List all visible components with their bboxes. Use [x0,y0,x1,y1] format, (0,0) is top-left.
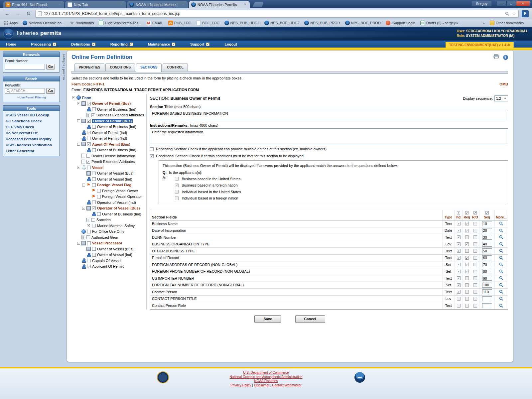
tree-item-owner-of-vessel-ind[interactable]: Owner of Vessel (Ind) [71,176,146,182]
bookmark-nps-bof-udc2[interactable]: NPS_BOF_UDC2 [264,21,299,25]
row-details-magnifier-button[interactable] [499,304,503,308]
tools-link-uscg-vessel-db-lookup[interactable]: USCG Vessel DB Lookup [3,112,60,118]
tree-item-marine-mammal-safety[interactable]: Marine Mammal Safety [71,223,146,229]
tree-item-owner-of-permit-ind[interactable]: Owner of Permit (Ind) [71,136,146,142]
tab-close-icon[interactable]: × [119,2,124,7]
display-sequence-select[interactable]: 1.2 ▼ [494,95,508,101]
nav-item-processing[interactable]: Processing✓ [25,42,65,46]
bookmark-other-bookmarks[interactable]: Other bookmarks [490,21,524,25]
incl-checkbox[interactable]: ✓ [457,229,461,232]
save-button[interactable]: Save [254,315,281,323]
seq-input[interactable] [482,303,492,308]
tree-expander[interactable]: − [77,166,80,169]
bookmark-isupport-login[interactable]: iSupport Login [386,21,415,25]
tree-checkbox[interactable] [92,183,96,187]
req-checkbox[interactable] [465,283,469,287]
row-details-magnifier-button[interactable] [499,283,503,287]
nav-item-support[interactable]: Support✓ [184,42,218,46]
check-all-r-o-icon[interactable]: ✓ [473,211,477,214]
browser-tab-noaa-fisheries-permits[interactable]: NOAA Fisheries Permits× [189,1,250,8]
tree-expander[interactable]: − [77,119,80,122]
repeating-checkbox[interactable] [150,147,154,151]
footer-link-u-s-department-of-commerce[interactable]: U.S. Department of Commerce [0,371,532,375]
incl-checkbox[interactable]: ✓ [457,283,461,287]
expand-collapse-handle[interactable]: expand / collapse [62,51,66,83]
tree-checkbox[interactable] [92,247,96,251]
footer-link-national-oceanic-and-atmospheric-administration[interactable]: National Oceanic and Atmospheric Adminis… [0,375,532,379]
tree-item-owner-of-business-ind[interactable]: Owner of Business (Ind) [71,124,146,130]
seq-input[interactable] [482,289,492,294]
row-details-magnifier-button[interactable] [499,235,503,239]
bookmark-chevron[interactable]: » [483,21,485,25]
omb-link[interactable]: OMB [499,82,508,86]
incl-checkbox[interactable]: ✓ [457,256,461,260]
req-checkbox[interactable]: ✓ [465,229,469,232]
option-checkbox[interactable] [175,197,179,200]
ro-checkbox[interactable] [473,242,477,246]
tree-item-owner-of-permit-ind[interactable]: ✓Owner of Permit (Ind) [71,130,146,136]
tree-checkbox[interactable]: ✓ [87,102,91,105]
incl-checkbox[interactable]: ✓ [457,270,461,273]
browser-tab-error-404-not-found[interactable]: 26Error 404--Not Found× [3,1,64,8]
ro-checkbox[interactable] [473,256,477,260]
bookmark-bof-loc[interactable]: BOF_LOC [196,21,219,25]
req-checkbox[interactable] [465,297,469,301]
bookmark-highseaspermit-tes[interactable]: HighSeasPermit-Tes... [99,21,141,25]
tree-checkbox[interactable] [97,195,101,199]
incl-checkbox[interactable]: ✓ [457,222,461,225]
tree-item-captain-of-vessel[interactable]: Captain Of Vessel [71,258,146,264]
tree-checkbox[interactable]: ✓ [92,206,96,210]
tree-checkbox[interactable] [87,230,91,233]
req-checkbox[interactable]: ✓ [465,222,469,225]
tools-link-do-not-permit-list[interactable]: Do Not Permit List [3,130,60,136]
seq-input[interactable] [482,248,492,253]
req-checkbox[interactable]: ✓ [465,256,469,260]
permit-number-input[interactable] [5,64,45,69]
tab-close-icon[interactable]: × [57,2,62,7]
tools-link-deceased-persons-inquiry[interactable]: Deceased Persons Inquiry [3,136,60,142]
row-details-magnifier-button[interactable] [499,262,503,267]
nav-item-maintenance[interactable]: Maintenance✓ [142,42,185,46]
tools-link-gc-sanctions-check[interactable]: GC Sanctions Check [3,118,60,124]
option-checkbox[interactable]: ✓ [175,184,179,187]
incl-checkbox[interactable]: ✓ [457,263,461,266]
conditional-checkbox[interactable]: ✓ [150,154,154,158]
tree-checkbox[interactable] [97,212,101,216]
search-go-button[interactable]: Go [46,88,55,94]
bookmark-nps-pub-udc2[interactable]: NPS_PUB_UDC2 [224,21,259,25]
cancel-button[interactable]: Cancel [295,315,325,323]
bookmark-apps[interactable]: Apps [3,21,18,25]
seq-input[interactable] [482,276,492,281]
seq-input[interactable] [482,255,492,260]
tree-checkbox[interactable] [92,125,96,129]
tree-item-authorized-gear[interactable]: Authorized Gear [71,234,146,240]
bookmark-pub-loc[interactable]: 26PUB_LOC [168,21,191,25]
tree-item-for-office-use-only[interactable]: For Office Use Only [71,229,146,235]
tree-checkbox[interactable] [87,259,91,262]
back-button[interactable]: ← [3,10,11,18]
tree-expander[interactable]: − [77,242,80,245]
seq-input[interactable] [482,283,492,288]
reload-button[interactable]: ↻ [25,10,32,18]
row-details-magnifier-button[interactable] [499,221,503,226]
tree-checkbox[interactable] [86,154,90,158]
row-details-magnifier-button[interactable] [499,256,503,260]
ro-checkbox[interactable] [473,222,477,225]
tree-checkbox[interactable]: ✓ [87,119,91,123]
tab-properties[interactable]: PROPERTIES [74,64,104,71]
tree-checkbox[interactable]: ✓ [87,265,91,268]
req-checkbox[interactable] [465,249,469,253]
option-checkbox[interactable] [175,177,179,181]
incl-checkbox[interactable] [457,297,461,301]
incl-checkbox[interactable]: ✓ [457,242,461,246]
req-checkbox[interactable]: ✓ [465,270,469,273]
renewals-go-button[interactable]: Go [46,64,55,69]
tree-item-foreign-vessel-operator[interactable]: Foreign Vessel Operator [71,194,146,200]
row-details-magnifier-button[interactable] [499,290,503,294]
tree-expander[interactable]: − [82,184,85,187]
footer-link-disclaimer[interactable]: Disclaimer [254,383,270,387]
tree-item-owner-of-business-ind[interactable]: Owner of Business (Ind) [71,211,146,217]
ro-checkbox[interactable] [473,276,477,280]
browser-tab-new-tab[interactable]: New Tab× [65,1,126,8]
address-bar[interactable]: 127.0.0.1:7101/NPS_BOF/bof_form_def/nps_… [35,10,519,18]
